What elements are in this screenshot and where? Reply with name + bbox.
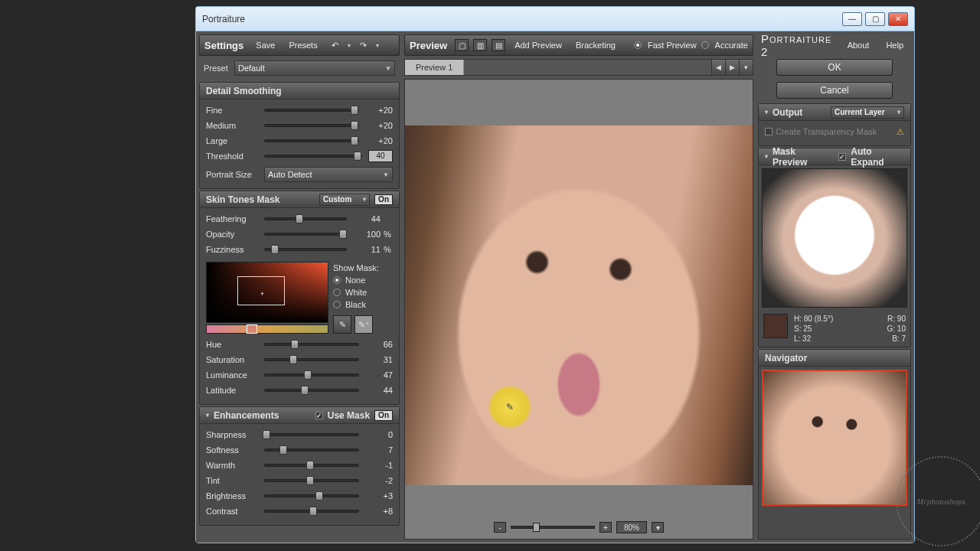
threshold-slider[interactable] bbox=[264, 155, 362, 158]
feathering-slider[interactable] bbox=[264, 217, 347, 220]
tab-prev-icon[interactable]: ◀ bbox=[711, 60, 725, 75]
cancel-button[interactable]: Cancel bbox=[776, 82, 893, 99]
fast-preview-radio[interactable] bbox=[634, 41, 642, 49]
preset-label: Preset bbox=[204, 64, 234, 73]
preview-tabs: Preview 1 ◀ ▶ ▾ bbox=[404, 59, 753, 76]
tab-menu-icon[interactable]: ▾ bbox=[739, 60, 753, 75]
add-preview-button[interactable]: Add Preview bbox=[510, 39, 567, 51]
output-dest-select[interactable]: Current Layer▾ bbox=[831, 106, 904, 119]
view-single-icon[interactable]: ▢ bbox=[455, 39, 469, 51]
help-button[interactable]: Help bbox=[881, 39, 908, 51]
color-field[interactable]: + bbox=[206, 262, 328, 323]
sample-color-swatch bbox=[763, 314, 788, 338]
mask-white-radio[interactable]: White bbox=[333, 286, 379, 298]
contrast-slider[interactable] bbox=[264, 510, 359, 513]
hue-slider[interactable] bbox=[264, 343, 359, 346]
titlebar: Portraiture — ▢ ✕ bbox=[196, 7, 914, 31]
eyedropper-add-icon[interactable]: ✎⁺ bbox=[354, 315, 373, 334]
skin-mode-select[interactable]: Custom▾ bbox=[319, 194, 370, 206]
collapse-icon[interactable]: ▾ bbox=[765, 109, 768, 116]
redo-icon[interactable]: ↷ bbox=[355, 39, 371, 52]
mask-black-radio[interactable]: Black bbox=[333, 298, 379, 311]
ok-button[interactable]: OK bbox=[776, 59, 893, 76]
brightness-slider[interactable] bbox=[264, 494, 359, 497]
view-split-v-icon[interactable]: ▤ bbox=[492, 39, 505, 51]
mask-none-radio[interactable]: None bbox=[333, 274, 379, 286]
bracketing-button[interactable]: Bracketing bbox=[571, 39, 620, 51]
zoom-value[interactable]: 80% bbox=[616, 521, 647, 533]
brand-name: Portraiture 2 bbox=[761, 32, 835, 58]
opacity-slider[interactable] bbox=[264, 233, 347, 236]
skin-on-toggle[interactable]: On bbox=[374, 194, 393, 205]
zoom-in-button[interactable]: + bbox=[599, 522, 612, 533]
minimize-button[interactable]: — bbox=[842, 12, 862, 26]
tint-slider[interactable] bbox=[264, 479, 359, 482]
settings-toolbar: Settings Save Presets ↶ ▾ ↷ ▾ bbox=[199, 34, 400, 56]
fine-slider[interactable] bbox=[264, 109, 359, 112]
auto-expand-checkbox[interactable] bbox=[838, 153, 846, 161]
output-panel: ▾ Output Current Layer▾ Create Transpare… bbox=[758, 103, 911, 146]
enh-on-toggle[interactable]: On bbox=[374, 410, 393, 421]
collapse-icon[interactable]: ▾ bbox=[206, 412, 209, 419]
warning-icon: ⚠ bbox=[897, 127, 904, 137]
luminance-slider[interactable] bbox=[264, 373, 359, 377]
navigator-panel: Navigator bbox=[758, 349, 911, 540]
warmth-slider[interactable] bbox=[264, 464, 359, 467]
eyedropper-cursor: ✎ bbox=[488, 386, 531, 429]
preview-title: Preview bbox=[410, 40, 447, 51]
view-split-h-icon[interactable]: ▥ bbox=[473, 39, 487, 51]
settings-title: Settings bbox=[204, 40, 243, 51]
close-button[interactable]: ✕ bbox=[888, 12, 908, 26]
undo-icon[interactable]: ↶ bbox=[327, 39, 343, 52]
about-button[interactable]: About bbox=[843, 39, 874, 51]
threshold-input[interactable]: 40 bbox=[368, 150, 393, 162]
collapse-icon[interactable]: ▾ bbox=[765, 153, 768, 160]
skin-tones-panel: Skin Tones Mask Custom▾ On Feathering 44… bbox=[199, 191, 400, 405]
use-mask-checkbox[interactable] bbox=[315, 412, 323, 419]
maximize-button[interactable]: ▢ bbox=[865, 12, 885, 26]
brand-bar: Portraiture 2 About Help bbox=[758, 34, 911, 56]
preview-toolbar: Preview ▢ ▥ ▤ Add Preview Bracketing Fas… bbox=[404, 34, 753, 56]
save-button[interactable]: Save bbox=[251, 39, 279, 51]
accurate-radio[interactable] bbox=[701, 41, 709, 49]
fuzziness-slider[interactable] bbox=[264, 248, 347, 251]
enhancements-title: Enhancements bbox=[214, 410, 279, 421]
skin-tones-title: Skin Tones Mask bbox=[206, 194, 279, 205]
eyedropper-icon[interactable]: ✎ bbox=[333, 315, 351, 334]
hue-bar[interactable] bbox=[206, 324, 328, 334]
zoom-menu-icon[interactable]: ▾ bbox=[652, 522, 664, 533]
mask-preview-image[interactable] bbox=[762, 168, 907, 308]
enhancements-panel: ▾ Enhancements Use Mask On Sharpness0 So… bbox=[199, 406, 400, 526]
preview-area[interactable]: ✎ - + 80% ▾ bbox=[404, 79, 753, 540]
softness-slider[interactable] bbox=[264, 448, 359, 452]
navigator-image[interactable] bbox=[762, 370, 907, 506]
preview-image[interactable]: ✎ bbox=[405, 126, 753, 485]
large-slider[interactable] bbox=[264, 139, 359, 142]
saturation-slider[interactable] bbox=[264, 358, 359, 361]
zoom-slider[interactable] bbox=[511, 526, 595, 529]
sharpness-slider[interactable] bbox=[264, 433, 359, 436]
tab-next-icon[interactable]: ▶ bbox=[725, 60, 739, 75]
window-title: Portraiture bbox=[202, 14, 842, 24]
show-mask-label: Show Mask: bbox=[333, 262, 379, 274]
zoom-out-button[interactable]: - bbox=[494, 522, 506, 533]
detail-smoothing-title: Detail Smoothing bbox=[206, 86, 282, 96]
preset-select[interactable]: Default▼ bbox=[234, 60, 395, 76]
presets-button[interactable]: Presets bbox=[284, 39, 322, 51]
navigator-title: Navigator bbox=[765, 353, 807, 364]
tab-preview-1[interactable]: Preview 1 bbox=[405, 60, 464, 75]
app-window: Portraiture — ▢ ✕ Settings Save Presets … bbox=[195, 6, 915, 543]
medium-slider[interactable] bbox=[264, 124, 359, 127]
detail-smoothing-panel: Detail Smoothing Fine +20 Medium +20 Lar… bbox=[199, 82, 400, 189]
latitude-slider[interactable] bbox=[264, 389, 359, 392]
transparency-mask-checkbox[interactable] bbox=[765, 128, 773, 135]
portrait-size-select[interactable]: Auto Detect▼ bbox=[264, 167, 393, 182]
mask-preview-panel: ▾ Mask Preview Auto Expand H: 80 (8.5°) … bbox=[758, 148, 911, 347]
